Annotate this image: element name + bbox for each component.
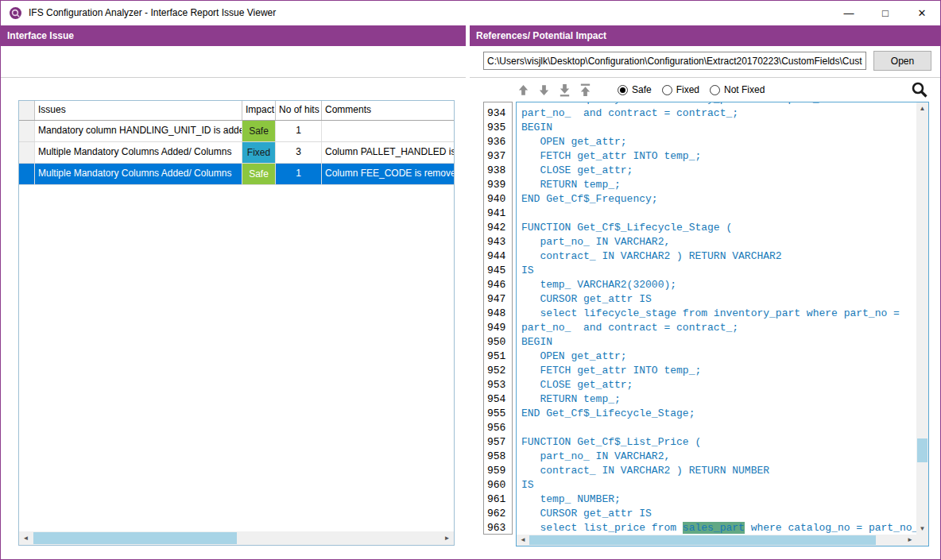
- app-window: IFS Configuration Analyzer - Interface R…: [0, 0, 941, 560]
- radio-icon[interactable]: [618, 85, 628, 95]
- scroll-right-icon[interactable]: ►: [440, 531, 454, 545]
- code-vertical-scrollbar[interactable]: ▲ ▼: [916, 102, 928, 535]
- impact-cell: Fixed: [242, 142, 276, 163]
- arrow-up-to-bar-icon: [579, 83, 592, 97]
- code-line: RETURN temp_;: [521, 178, 916, 192]
- line-number: 951: [484, 350, 512, 364]
- first-hit-button[interactable]: [578, 83, 592, 97]
- line-number: 937: [484, 149, 512, 164]
- search-icon: [910, 80, 929, 99]
- line-number: 961: [484, 492, 512, 507]
- close-button[interactable]: ✕: [904, 1, 940, 25]
- radio-icon[interactable]: [710, 85, 720, 95]
- hits-value: 1: [276, 164, 322, 184]
- line-number: 957: [484, 435, 512, 450]
- code-line: OPEN get_attr;: [521, 135, 916, 149]
- issues-table-body: Mandatory column HANDLING_UNIT_ID is add…: [19, 121, 454, 185]
- code-line: CURSOR get_attr IS: [521, 507, 916, 521]
- line-number-gutter: 9349359369379389399409419429439449459469…: [483, 102, 513, 535]
- next-hit-button[interactable]: [536, 83, 551, 97]
- line-number: 939: [484, 178, 512, 192]
- filter-radio-safe[interactable]: Safe: [618, 84, 652, 95]
- search-match-highlight: sales_part: [683, 522, 745, 534]
- column-header-issues[interactable]: Issues: [35, 101, 242, 120]
- comment-text: Column FEE_CODE is removed f: [322, 164, 454, 184]
- issues-table: Issues Impact No of hits Comments Mandat…: [18, 100, 455, 546]
- scroll-right-icon[interactable]: ►: [904, 535, 916, 546]
- left-panel-header: Interface Issue: [1, 25, 466, 46]
- open-button[interactable]: Open: [873, 51, 931, 71]
- previous-hit-button[interactable]: [516, 83, 530, 97]
- impact-badge: Safe: [242, 121, 275, 141]
- code-line: CURSOR get_attr IS: [521, 292, 916, 307]
- code-line: BEGIN: [521, 121, 916, 135]
- code-line: part_no_ and contract = contract_;: [521, 321, 916, 335]
- comment-text: Column PALLET_HANDLED is re: [322, 142, 454, 163]
- scrollbar-thumb[interactable]: [529, 535, 876, 545]
- arrow-down-icon: [537, 83, 551, 97]
- table-row[interactable]: Mandatory column HANDLING_UNIT_ID is add…: [19, 121, 454, 142]
- code-viewer[interactable]: select frequency from inventory_part whe…: [516, 102, 929, 546]
- line-number: 949: [484, 321, 512, 335]
- right-panel-strip: Open: [470, 46, 940, 78]
- code-toolbar: SafeFixedNot Fixed: [470, 78, 940, 102]
- line-number: 948: [484, 307, 512, 321]
- line-number: 954: [484, 392, 512, 407]
- code-content[interactable]: select frequency from inventory_part whe…: [517, 102, 916, 535]
- window-title: IFS Configuration Analyzer - Interface R…: [29, 7, 276, 18]
- table-horizontal-scrollbar[interactable]: ◄ ►: [19, 531, 454, 545]
- app-logo-icon: [9, 6, 22, 20]
- code-line: select lifecycle_stage from inventory_pa…: [521, 307, 916, 321]
- line-number: 943: [484, 235, 512, 249]
- scrollbar-thumb[interactable]: [33, 532, 237, 544]
- line-number: 956: [484, 421, 512, 435]
- hits-value: 3: [276, 142, 322, 163]
- line-number: 946: [484, 278, 512, 292]
- code-line: END Get_Cf$_Frequency;: [521, 192, 916, 207]
- line-number: 960: [484, 478, 512, 492]
- radio-label: Safe: [632, 84, 652, 95]
- scroll-left-icon[interactable]: ◄: [517, 535, 529, 546]
- scrollbar-thumb[interactable]: [917, 438, 927, 462]
- line-number: 958: [484, 450, 512, 464]
- line-number: 938: [484, 164, 512, 178]
- issue-text: Multiple Mandatory Columns Added/ Column…: [35, 142, 242, 163]
- minimize-button[interactable]: —: [831, 1, 867, 25]
- left-panel-strip: [1, 46, 466, 78]
- scroll-up-icon[interactable]: ▲: [916, 102, 928, 114]
- column-header-impact[interactable]: Impact: [242, 101, 276, 120]
- last-hit-button[interactable]: [557, 83, 571, 97]
- code-horizontal-scrollbar[interactable]: ◄ ►: [517, 535, 916, 546]
- maximize-button[interactable]: □: [867, 1, 904, 25]
- radio-icon[interactable]: [662, 85, 672, 95]
- code-line: part_no_ IN VARCHAR2,: [521, 235, 916, 249]
- line-number: 935: [484, 121, 512, 135]
- code-line: CLOSE get_attr;: [521, 164, 916, 178]
- scroll-down-icon[interactable]: ▼: [916, 523, 928, 535]
- arrow-down-to-bar-icon: [558, 83, 571, 97]
- hits-value: 1: [276, 121, 322, 141]
- radio-label: Fixed: [676, 84, 699, 95]
- line-number: 955: [484, 407, 512, 421]
- code-line: FETCH get_attr INTO temp_;: [521, 149, 916, 164]
- code-line: CLOSE get_attr;: [521, 378, 916, 392]
- line-number: 944: [484, 249, 512, 264]
- filter-radio-fixed[interactable]: Fixed: [662, 84, 699, 95]
- table-row[interactable]: Multiple Mandatory Columns Added/ Column…: [19, 164, 454, 185]
- column-header-comments[interactable]: Comments: [322, 101, 454, 120]
- issues-table-header: Issues Impact No of hits Comments: [19, 101, 454, 121]
- line-number: 952: [484, 364, 512, 378]
- table-row[interactable]: Multiple Mandatory Columns Added/ Column…: [19, 142, 454, 164]
- code-line: END Get_Cf$_Lifecycle_Stage;: [521, 407, 916, 421]
- code-line: temp_ NUMBER;: [521, 492, 916, 507]
- file-path-input[interactable]: [483, 52, 866, 70]
- code-line: FUNCTION Get_Cf$_List_Price (: [521, 435, 916, 450]
- filter-radio-not-fixed[interactable]: Not Fixed: [710, 84, 765, 95]
- search-button[interactable]: [910, 80, 929, 99]
- code-line: contract_ IN VARCHAR2 ) RETURN NUMBER: [521, 464, 916, 478]
- row-selector: [19, 121, 35, 141]
- code-line: [521, 421, 916, 435]
- code-line: [521, 207, 916, 221]
- column-header-hits[interactable]: No of hits: [276, 101, 322, 120]
- scroll-left-icon[interactable]: ◄: [19, 531, 33, 545]
